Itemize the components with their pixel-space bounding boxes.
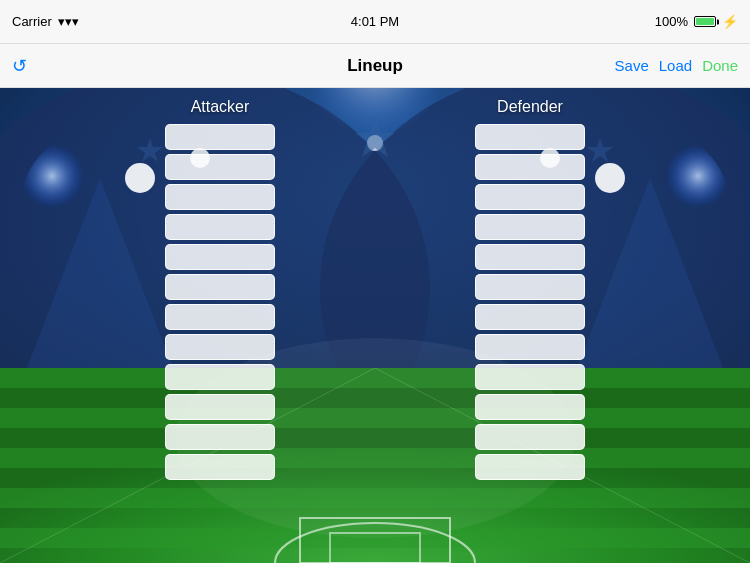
defender-slot-2[interactable] (475, 154, 585, 180)
refresh-button[interactable]: ↺ (12, 55, 27, 77)
defender-slot-4[interactable] (475, 214, 585, 240)
defender-slot-3[interactable] (475, 184, 585, 210)
nav-right-controls: Save Load Done (615, 57, 738, 74)
status-left: Carrier ▾▾▾ (12, 14, 79, 29)
status-time: 4:01 PM (351, 14, 399, 29)
attacker-column: Attacker (165, 98, 275, 484)
page-title: Lineup (347, 56, 403, 76)
attacker-slot-5[interactable] (165, 244, 275, 270)
defender-slot-10[interactable] (475, 394, 585, 420)
nav-left-controls: ↺ (12, 55, 27, 77)
defender-slot-11[interactable] (475, 424, 585, 450)
defender-slot-7[interactable] (475, 304, 585, 330)
attacker-slot-8[interactable] (165, 334, 275, 360)
attacker-slot-6[interactable] (165, 274, 275, 300)
battery-percent: 100% (655, 14, 688, 29)
carrier-label: Carrier (12, 14, 52, 29)
attacker-slot-1[interactable] (165, 124, 275, 150)
status-bar: Carrier ▾▾▾ 4:01 PM 100% ⚡ (0, 0, 750, 44)
attacker-slot-4[interactable] (165, 214, 275, 240)
defender-slot-6[interactable] (475, 274, 585, 300)
attacker-slot-11[interactable] (165, 424, 275, 450)
battery-plug: ⚡ (722, 14, 738, 29)
defender-slot-12[interactable] (475, 454, 585, 480)
attacker-slot-7[interactable] (165, 304, 275, 330)
attacker-slot-3[interactable] (165, 184, 275, 210)
defender-column: Defender (475, 98, 585, 484)
done-button[interactable]: Done (702, 57, 738, 74)
save-button[interactable]: Save (615, 57, 649, 74)
battery-icon (694, 16, 716, 27)
status-right: 100% ⚡ (655, 14, 738, 29)
nav-bar: ↺ Lineup Save Load Done (0, 44, 750, 88)
columns-container: Attacker Defender (0, 88, 750, 563)
wifi-icon: ▾▾▾ (58, 14, 79, 29)
defender-slot-8[interactable] (475, 334, 585, 360)
attacker-slot-9[interactable] (165, 364, 275, 390)
attacker-slot-12[interactable] (165, 454, 275, 480)
main-content: Attacker Defender (0, 88, 750, 563)
load-button[interactable]: Load (659, 57, 692, 74)
defender-slot-9[interactable] (475, 364, 585, 390)
defender-label: Defender (497, 98, 563, 116)
attacker-slot-2[interactable] (165, 154, 275, 180)
defender-slot-5[interactable] (475, 244, 585, 270)
attacker-slot-10[interactable] (165, 394, 275, 420)
attacker-label: Attacker (191, 98, 250, 116)
defender-slot-1[interactable] (475, 124, 585, 150)
